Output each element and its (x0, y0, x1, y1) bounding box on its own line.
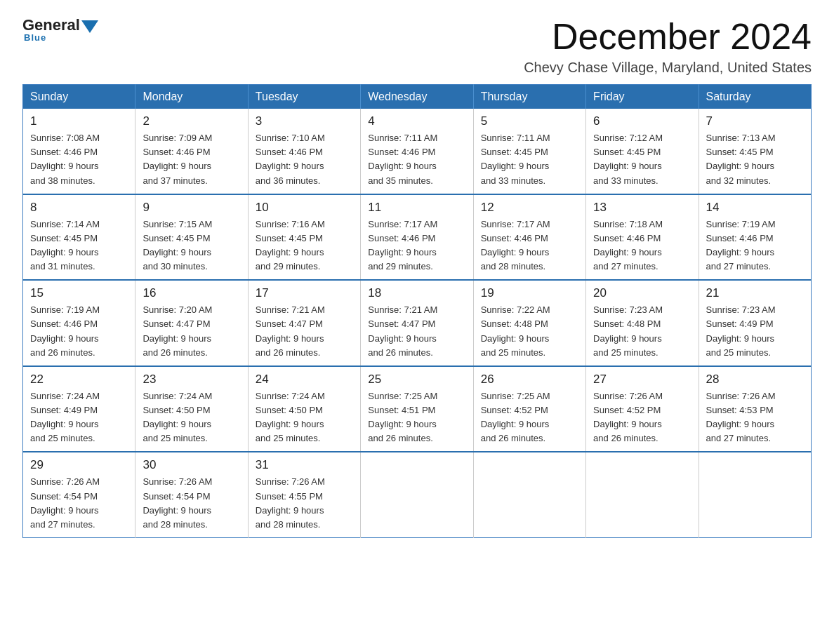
calendar-day-cell: 9Sunrise: 7:15 AMSunset: 4:45 PMDaylight… (135, 194, 248, 281)
calendar-header-row: SundayMondayTuesdayWednesdayThursdayFrid… (23, 85, 812, 109)
calendar-day-cell: 5Sunrise: 7:11 AMSunset: 4:45 PMDaylight… (473, 109, 585, 194)
calendar-day-cell: 2Sunrise: 7:09 AMSunset: 4:46 PMDaylight… (135, 109, 248, 194)
day-info: Sunrise: 7:16 AMSunset: 4:45 PMDaylight:… (256, 217, 353, 274)
day-info: Sunrise: 7:15 AMSunset: 4:45 PMDaylight:… (143, 217, 240, 274)
calendar-week-row: 22Sunrise: 7:24 AMSunset: 4:49 PMDayligh… (23, 366, 812, 452)
location-title: Chevy Chase Village, Maryland, United St… (524, 60, 812, 76)
day-info: Sunrise: 7:23 AMSunset: 4:49 PMDaylight:… (706, 303, 804, 360)
day-number: 5 (481, 114, 578, 128)
calendar-empty-cell (361, 452, 473, 537)
calendar-day-cell: 17Sunrise: 7:21 AMSunset: 4:47 PMDayligh… (248, 280, 360, 366)
day-info: Sunrise: 7:24 AMSunset: 4:50 PMDaylight:… (143, 389, 240, 446)
day-info: Sunrise: 7:26 AMSunset: 4:53 PMDaylight:… (706, 389, 804, 446)
header-friday: Friday (586, 85, 699, 109)
day-info: Sunrise: 7:21 AMSunset: 4:47 PMDaylight:… (256, 303, 353, 360)
day-number: 24 (256, 373, 353, 387)
day-number: 23 (143, 373, 240, 387)
day-info: Sunrise: 7:11 AMSunset: 4:46 PMDaylight:… (368, 131, 465, 188)
calendar-day-cell: 1Sunrise: 7:08 AMSunset: 4:46 PMDaylight… (23, 109, 135, 194)
day-number: 13 (593, 201, 691, 215)
calendar-day-cell: 15Sunrise: 7:19 AMSunset: 4:46 PMDayligh… (23, 280, 135, 366)
day-number: 7 (706, 114, 804, 128)
header-monday: Monday (135, 85, 248, 109)
day-number: 27 (593, 373, 691, 387)
header-saturday: Saturday (699, 85, 811, 109)
day-number: 16 (143, 286, 240, 300)
day-info: Sunrise: 7:18 AMSunset: 4:46 PMDaylight:… (593, 217, 691, 274)
day-info: Sunrise: 7:25 AMSunset: 4:51 PMDaylight:… (368, 389, 465, 446)
calendar-day-cell: 4Sunrise: 7:11 AMSunset: 4:46 PMDaylight… (361, 109, 473, 194)
day-info: Sunrise: 7:26 AMSunset: 4:54 PMDaylight:… (30, 475, 128, 532)
calendar-day-cell: 24Sunrise: 7:24 AMSunset: 4:50 PMDayligh… (248, 366, 360, 452)
day-number: 8 (30, 201, 128, 215)
calendar-day-cell: 10Sunrise: 7:16 AMSunset: 4:45 PMDayligh… (248, 194, 360, 281)
day-number: 21 (706, 286, 804, 300)
calendar-day-cell: 11Sunrise: 7:17 AMSunset: 4:46 PMDayligh… (361, 194, 473, 281)
calendar-day-cell: 27Sunrise: 7:26 AMSunset: 4:52 PMDayligh… (586, 366, 699, 452)
logo-triangle-icon (81, 20, 98, 33)
day-info: Sunrise: 7:17 AMSunset: 4:46 PMDaylight:… (368, 217, 465, 274)
calendar-day-cell: 6Sunrise: 7:12 AMSunset: 4:45 PMDaylight… (586, 109, 699, 194)
day-info: Sunrise: 7:19 AMSunset: 4:46 PMDaylight:… (30, 303, 128, 360)
calendar-day-cell: 28Sunrise: 7:26 AMSunset: 4:53 PMDayligh… (699, 366, 811, 452)
day-info: Sunrise: 7:12 AMSunset: 4:45 PMDaylight:… (593, 131, 691, 188)
day-info: Sunrise: 7:23 AMSunset: 4:48 PMDaylight:… (593, 303, 691, 360)
day-info: Sunrise: 7:08 AMSunset: 4:46 PMDaylight:… (30, 131, 128, 188)
day-number: 18 (368, 286, 465, 300)
calendar-empty-cell (699, 452, 811, 537)
calendar-day-cell: 31Sunrise: 7:26 AMSunset: 4:55 PMDayligh… (248, 452, 360, 537)
calendar-day-cell: 13Sunrise: 7:18 AMSunset: 4:46 PMDayligh… (586, 194, 699, 281)
day-number: 15 (30, 286, 128, 300)
calendar-day-cell: 18Sunrise: 7:21 AMSunset: 4:47 PMDayligh… (361, 280, 473, 366)
day-number: 14 (706, 201, 804, 215)
logo-text: General (22, 17, 100, 34)
calendar-empty-cell (586, 452, 699, 537)
logo: General Blue (22, 17, 100, 43)
day-info: Sunrise: 7:25 AMSunset: 4:52 PMDaylight:… (481, 389, 578, 446)
header-sunday: Sunday (23, 85, 135, 109)
calendar-day-cell: 16Sunrise: 7:20 AMSunset: 4:47 PMDayligh… (135, 280, 248, 366)
calendar-week-row: 29Sunrise: 7:26 AMSunset: 4:54 PMDayligh… (23, 452, 812, 537)
calendar-day-cell: 22Sunrise: 7:24 AMSunset: 4:49 PMDayligh… (23, 366, 135, 452)
day-number: 4 (368, 114, 465, 128)
logo-blue-text: Blue (24, 32, 46, 43)
day-number: 22 (30, 373, 128, 387)
day-number: 29 (30, 458, 128, 472)
page-header: General Blue December 2024 Chevy Chase V… (22, 17, 812, 76)
day-number: 26 (481, 373, 578, 387)
day-number: 17 (256, 286, 353, 300)
header-tuesday: Tuesday (248, 85, 360, 109)
day-info: Sunrise: 7:26 AMSunset: 4:54 PMDaylight:… (143, 475, 240, 532)
day-info: Sunrise: 7:24 AMSunset: 4:49 PMDaylight:… (30, 389, 128, 446)
title-block: December 2024 Chevy Chase Village, Maryl… (524, 17, 812, 76)
day-number: 1 (30, 114, 128, 128)
day-info: Sunrise: 7:13 AMSunset: 4:45 PMDaylight:… (706, 131, 804, 188)
month-title: December 2024 (524, 17, 812, 57)
day-info: Sunrise: 7:21 AMSunset: 4:47 PMDaylight:… (368, 303, 465, 360)
day-info: Sunrise: 7:10 AMSunset: 4:46 PMDaylight:… (256, 131, 353, 188)
day-info: Sunrise: 7:19 AMSunset: 4:46 PMDaylight:… (706, 217, 804, 274)
calendar-empty-cell (473, 452, 585, 537)
day-info: Sunrise: 7:11 AMSunset: 4:45 PMDaylight:… (481, 131, 578, 188)
day-info: Sunrise: 7:09 AMSunset: 4:46 PMDaylight:… (143, 131, 240, 188)
calendar-week-row: 1Sunrise: 7:08 AMSunset: 4:46 PMDaylight… (23, 109, 812, 194)
header-wednesday: Wednesday (361, 85, 473, 109)
day-number: 10 (256, 201, 353, 215)
day-number: 9 (143, 201, 240, 215)
day-info: Sunrise: 7:26 AMSunset: 4:55 PMDaylight:… (256, 475, 353, 532)
calendar-day-cell: 29Sunrise: 7:26 AMSunset: 4:54 PMDayligh… (23, 452, 135, 537)
day-info: Sunrise: 7:22 AMSunset: 4:48 PMDaylight:… (481, 303, 578, 360)
day-number: 30 (143, 458, 240, 472)
calendar-week-row: 15Sunrise: 7:19 AMSunset: 4:46 PMDayligh… (23, 280, 812, 366)
day-number: 20 (593, 286, 691, 300)
day-info: Sunrise: 7:17 AMSunset: 4:46 PMDaylight:… (481, 217, 578, 274)
day-number: 25 (368, 373, 465, 387)
calendar-day-cell: 25Sunrise: 7:25 AMSunset: 4:51 PMDayligh… (361, 366, 473, 452)
logo-general-text: General (22, 17, 80, 34)
day-number: 12 (481, 201, 578, 215)
calendar-day-cell: 3Sunrise: 7:10 AMSunset: 4:46 PMDaylight… (248, 109, 360, 194)
day-info: Sunrise: 7:24 AMSunset: 4:50 PMDaylight:… (256, 389, 353, 446)
calendar-day-cell: 19Sunrise: 7:22 AMSunset: 4:48 PMDayligh… (473, 280, 585, 366)
day-number: 2 (143, 114, 240, 128)
calendar-table: SundayMondayTuesdayWednesdayThursdayFrid… (22, 84, 812, 538)
